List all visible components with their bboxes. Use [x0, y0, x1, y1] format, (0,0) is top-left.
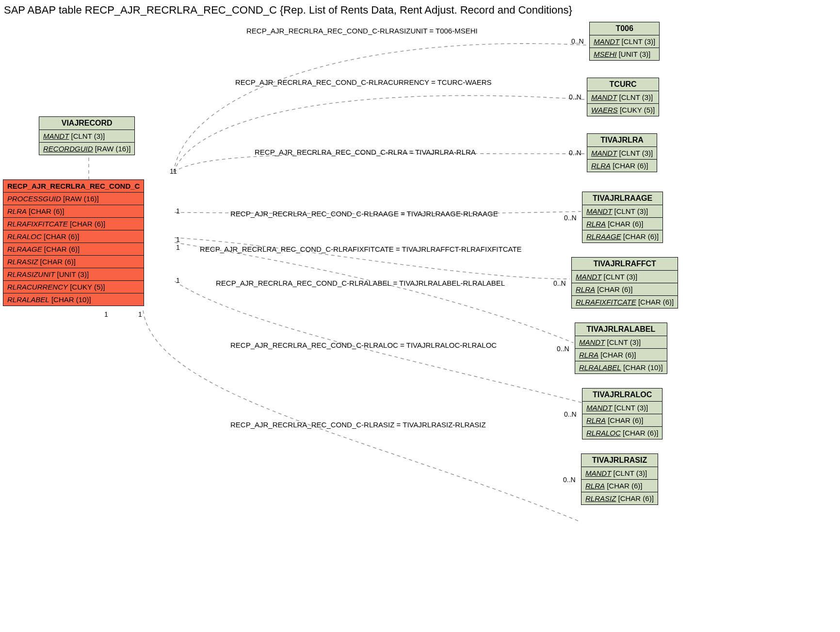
table-field-row: MANDT [CLNT (3)]	[39, 130, 134, 143]
table-header: TIVAJRLRASIZ	[582, 454, 658, 467]
table-field-row: RLRALABEL [CHAR (10)]	[575, 361, 667, 373]
table-field-row: RLRALOC [CHAR (6)]	[582, 427, 662, 439]
cardinality-label: 0..N	[569, 149, 582, 157]
table-header: TCURC	[587, 78, 659, 91]
table-field-row: MANDT [CLNT (3)]	[575, 336, 667, 349]
table-field-row: RLRASIZ [CHAR (6)]	[3, 256, 144, 268]
table-tivajrlralabel: TIVAJRLRALABELMANDT [CLNT (3)]RLRA [CHAR…	[575, 323, 667, 374]
table-field-row: RECORDGUID [RAW (16)]	[39, 143, 134, 155]
table-field-row: WAERS [CUKY (5)]	[587, 104, 659, 116]
cardinality-label: 0..N	[564, 214, 577, 222]
table-field-row: MSEHI [UNIT (3)]	[590, 48, 659, 60]
table-tcurc: TCURCMANDT [CLNT (3)]WAERS [CUKY (5)]	[587, 78, 659, 116]
table-tivajrlraffct: TIVAJRLRAFFCTMANDT [CLNT (3)]RLRA [CHAR …	[571, 257, 678, 308]
table-header: T006	[590, 22, 659, 35]
table-header: TIVAJRLRAAGE	[582, 192, 662, 205]
table-field-row: MANDT [CLNT (3)]	[572, 271, 678, 283]
cardinality-label: 0..N	[553, 279, 566, 287]
table-tivajrlraloc: TIVAJRLRALOCMANDT [CLNT (3)]RLRA [CHAR (…	[582, 388, 662, 439]
table-tivajrlraage: TIVAJRLRAAGEMANDT [CLNT (3)]RLRA [CHAR (…	[582, 192, 663, 243]
table-field-row: RLRA [CHAR (6)]	[582, 218, 662, 230]
cardinality-label: 1	[176, 276, 180, 284]
table-header: RECP_AJR_RECRLRA_REC_COND_C	[3, 180, 144, 193]
table-field-row: MANDT [CLNT (3)]	[582, 467, 658, 480]
relation-label: RECP_AJR_RECRLRA_REC_COND_C-RLRASIZ = TI…	[230, 421, 486, 429]
cardinality-label: 1	[176, 207, 180, 215]
diagram-title: SAP ABAP table RECP_AJR_RECRLRA_REC_COND…	[4, 4, 572, 16]
cardinality-label: 1	[176, 236, 180, 243]
table-header: VIAJRECORD	[39, 117, 134, 130]
table-t006: T006MANDT [CLNT (3)]MSEHI [UNIT (3)]	[589, 22, 660, 61]
table-header: TIVAJRLRA	[587, 134, 657, 147]
table-field-row: MANDT [CLNT (3)]	[587, 147, 657, 160]
cardinality-label: 0..N	[563, 476, 576, 484]
table-field-row: RLRAFIXFITCATE [CHAR (6)]	[3, 218, 144, 230]
table-tivajrlra: TIVAJRLRAMANDT [CLNT (3)]RLRA [CHAR (6)]	[587, 133, 657, 172]
cardinality-label: 0..N	[569, 93, 582, 101]
cardinality-label: 0..N	[564, 410, 577, 418]
relation-label: RECP_AJR_RECRLRA_REC_COND_C-RLRA = TIVAJ…	[255, 148, 476, 156]
relation-label: RECP_AJR_RECRLRA_REC_COND_C-RLRACURRENCY…	[235, 78, 492, 86]
table-field-row: RLRA [CHAR (6)]	[582, 414, 662, 427]
relation-label: RECP_AJR_RECRLRA_REC_COND_C-RLRAFIXFITCA…	[200, 245, 522, 253]
table-tivajrlrasiz: TIVAJRLRASIZMANDT [CLNT (3)]RLRA [CHAR (…	[581, 454, 658, 505]
cardinality-label: 1	[176, 243, 180, 251]
table-field-row: MANDT [CLNT (3)]	[587, 91, 659, 104]
table-field-row: RLRA [CHAR (6)]	[575, 349, 667, 361]
table-field-row: RLRACURRENCY [CUKY (5)]	[3, 281, 144, 293]
table-field-row: RLRALABEL [CHAR (10)]	[3, 293, 144, 306]
cardinality-label: 0..N	[557, 345, 569, 353]
cardinality-label: 1	[173, 167, 177, 175]
table-field-row: RLRA [CHAR (6)]	[572, 283, 678, 296]
cardinality-label: 0..N	[571, 37, 584, 45]
table-field-row: RLRA [CHAR (6)]	[582, 480, 658, 492]
connectors-layer	[0, 0, 840, 632]
table-field-row: PROCESSGUID [RAW (16)]	[3, 193, 144, 205]
table-main: RECP_AJR_RECRLRA_REC_COND_C PROCESSGUID …	[3, 179, 144, 306]
cardinality-label: 1	[104, 310, 108, 318]
relation-label: RECP_AJR_RECRLRA_REC_COND_C-RLRASIZUNIT …	[246, 27, 478, 35]
table-field-row: RLRAFIXFITCATE [CHAR (6)]	[572, 296, 678, 308]
cardinality-label: 1	[138, 310, 142, 318]
table-field-row: RLRALOC [CHAR (6)]	[3, 230, 144, 243]
table-viajrecord: VIAJRECORD MANDT [CLNT (3)]RECORDGUID [R…	[39, 116, 135, 155]
table-field-row: RLRAAGE [CHAR (6)]	[3, 243, 144, 256]
diagram-canvas: SAP ABAP table RECP_AJR_RECRLRA_REC_COND…	[0, 0, 840, 632]
table-header: TIVAJRLRALOC	[582, 389, 662, 402]
table-field-row: MANDT [CLNT (3)]	[582, 402, 662, 414]
table-header: TIVAJRLRAFFCT	[572, 258, 678, 271]
relation-label: RECP_AJR_RECRLRA_REC_COND_C-RLRAAGE = TI…	[230, 210, 498, 218]
relation-label: RECP_AJR_RECRLRA_REC_COND_C-RLRALOC = TI…	[230, 341, 497, 349]
relation-label: RECP_AJR_RECRLRA_REC_COND_C-RLRALABEL = …	[216, 279, 505, 287]
table-field-row: MANDT [CLNT (3)]	[590, 35, 659, 48]
table-field-row: RLRA [CHAR (6)]	[587, 160, 657, 172]
table-field-row: RLRAAGE [CHAR (6)]	[582, 230, 662, 243]
table-field-row: RLRASIZ [CHAR (6)]	[582, 492, 658, 504]
table-field-row: RLRA [CHAR (6)]	[3, 205, 144, 218]
table-header: TIVAJRLRALABEL	[575, 323, 667, 336]
table-field-row: MANDT [CLNT (3)]	[582, 205, 662, 218]
table-field-row: RLRASIZUNIT [UNIT (3)]	[3, 268, 144, 281]
